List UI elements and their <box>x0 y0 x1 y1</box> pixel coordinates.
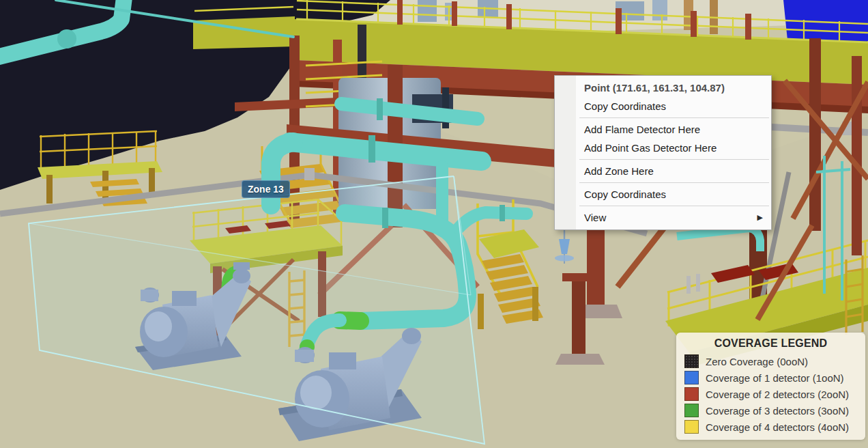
menu-item-add-flame-detector[interactable]: Add Flame Detector Here <box>555 120 771 139</box>
menu-item-copy-coordinates-2[interactable]: Copy Coordinates <box>555 185 771 204</box>
legend-label: Coverage of 1 detector (1ooN) <box>706 372 844 384</box>
menu-separator <box>579 117 769 118</box>
menu-item-add-point-gas-detector[interactable]: Add Point Gas Detector Here <box>555 139 771 157</box>
legend-label: Coverage of 4 detectors (4ooN) <box>706 421 849 433</box>
legend-title: COVERAGE LEGEND <box>676 337 865 350</box>
legend-label: Zero Coverage (0ooN) <box>706 356 808 367</box>
menu-item-view-label: View <box>584 212 606 223</box>
menu-item-add-zone[interactable]: Add Zone Here <box>555 162 771 180</box>
submenu-arrow-icon: ▶ <box>757 208 763 227</box>
legend-row-4-detectors: Coverage of 4 detectors (4ooN) <box>676 419 865 435</box>
legend-row-zero-coverage: Zero Coverage (0ooN) <box>676 353 865 369</box>
menu-header-point: Point (171.61, 161.31, 104.87) <box>555 79 771 97</box>
legend-swatch-1-detector <box>684 371 699 384</box>
legend-swatch-4-detectors <box>684 420 699 434</box>
legend-swatch-2-detectors <box>684 387 699 401</box>
menu-separator <box>579 159 769 160</box>
legend-label: Coverage of 3 detectors (3ooN) <box>706 405 849 417</box>
legend-swatch-zero-coverage <box>684 354 699 368</box>
menu-item-view[interactable]: View ▶ <box>555 208 771 227</box>
legend-label: Coverage of 2 detectors (2ooN) <box>706 389 849 400</box>
legend-row-1-detector: Coverage of 1 detector (1ooN) <box>676 369 865 386</box>
zone-label[interactable]: Zone 13 <box>242 180 290 198</box>
menu-item-copy-coordinates[interactable]: Copy Coordinates <box>555 97 771 115</box>
legend-row-2-detectors: Coverage of 2 detectors (2ooN) <box>676 386 865 402</box>
context-menu: Point (171.61, 161.31, 104.87) Copy Coor… <box>554 75 772 230</box>
coverage-legend: COVERAGE LEGEND Zero Coverage (0ooN) Cov… <box>676 333 865 440</box>
menu-separator <box>579 182 769 183</box>
menu-separator <box>579 206 769 206</box>
legend-row-3-detectors: Coverage of 3 detectors (3ooN) <box>676 402 865 419</box>
legend-swatch-3-detectors <box>684 404 699 417</box>
